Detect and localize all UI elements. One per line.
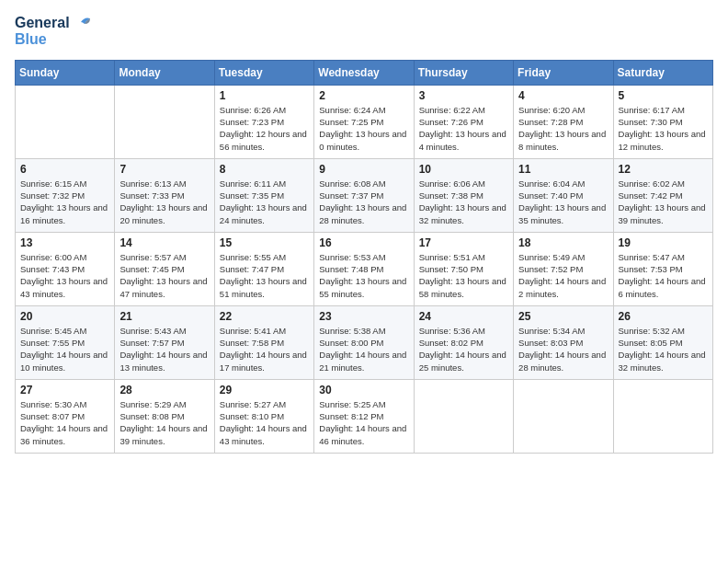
- calendar-cell: 18Sunrise: 5:49 AM Sunset: 7:52 PM Dayli…: [514, 232, 613, 305]
- day-number: 25: [518, 310, 608, 323]
- day-info: Sunrise: 6:00 AM Sunset: 7:43 PM Dayligh…: [20, 251, 109, 300]
- calendar-cell: 26Sunrise: 5:32 AM Sunset: 8:05 PM Dayli…: [613, 305, 712, 379]
- weekday-header: Saturday: [613, 60, 712, 85]
- calendar-cell: 9Sunrise: 6:08 AM Sunset: 7:37 PM Daylig…: [314, 158, 414, 232]
- day-number: 24: [419, 310, 508, 323]
- calendar-cell: 29Sunrise: 5:27 AM Sunset: 8:10 PM Dayli…: [214, 379, 313, 453]
- calendar-cell: 11Sunrise: 6:04 AM Sunset: 7:40 PM Dayli…: [514, 158, 613, 232]
- weekday-header: Wednesday: [314, 60, 414, 85]
- logo: General Blue: [15, 15, 92, 49]
- calendar-week-row: 27Sunrise: 5:30 AM Sunset: 8:07 PM Dayli…: [16, 379, 713, 453]
- day-info: Sunrise: 6:22 AM Sunset: 7:26 PM Dayligh…: [419, 104, 508, 153]
- day-info: Sunrise: 6:17 AM Sunset: 7:30 PM Dayligh…: [619, 104, 708, 153]
- day-number: 11: [518, 163, 608, 176]
- calendar-cell: 10Sunrise: 6:06 AM Sunset: 7:38 PM Dayli…: [414, 158, 513, 232]
- day-number: 3: [419, 89, 508, 102]
- day-number: 20: [20, 310, 109, 323]
- day-info: Sunrise: 5:27 AM Sunset: 8:10 PM Dayligh…: [220, 398, 309, 447]
- day-number: 29: [220, 384, 309, 396]
- calendar-cell: 24Sunrise: 5:36 AM Sunset: 8:02 PM Dayli…: [414, 305, 513, 379]
- day-number: 15: [220, 236, 309, 249]
- day-number: 5: [619, 89, 708, 102]
- day-number: 12: [619, 163, 708, 176]
- calendar-cell: 12Sunrise: 6:02 AM Sunset: 7:42 PM Dayli…: [613, 158, 712, 232]
- calendar-cell: [115, 85, 214, 158]
- day-info: Sunrise: 6:13 AM Sunset: 7:33 PM Dayligh…: [119, 178, 209, 226]
- calendar-cell: 5Sunrise: 6:17 AM Sunset: 7:30 PM Daylig…: [613, 85, 712, 158]
- day-info: Sunrise: 5:36 AM Sunset: 8:02 PM Dayligh…: [419, 325, 508, 373]
- calendar-cell: 23Sunrise: 5:38 AM Sunset: 8:00 PM Dayli…: [314, 305, 414, 379]
- calendar-cell: 6Sunrise: 6:15 AM Sunset: 7:32 PM Daylig…: [16, 158, 115, 232]
- calendar-cell: [514, 379, 613, 453]
- calendar-cell: 30Sunrise: 5:25 AM Sunset: 8:12 PM Dayli…: [314, 379, 414, 453]
- day-number: 6: [20, 163, 109, 176]
- day-info: Sunrise: 6:24 AM Sunset: 7:25 PM Dayligh…: [319, 104, 408, 153]
- day-number: 23: [319, 310, 408, 323]
- calendar-cell: 2Sunrise: 6:24 AM Sunset: 7:25 PM Daylig…: [314, 85, 414, 158]
- calendar-header-row: SundayMondayTuesdayWednesdayThursdayFrid…: [16, 60, 713, 85]
- day-number: 1: [220, 89, 309, 102]
- calendar-cell: [414, 379, 513, 453]
- day-number: 17: [419, 236, 508, 249]
- day-info: Sunrise: 5:34 AM Sunset: 8:03 PM Dayligh…: [518, 325, 608, 373]
- logo-container: General Blue: [15, 15, 92, 49]
- day-number: 4: [518, 89, 608, 102]
- calendar-cell: 20Sunrise: 5:45 AM Sunset: 7:55 PM Dayli…: [16, 305, 115, 379]
- day-info: Sunrise: 6:26 AM Sunset: 7:23 PM Dayligh…: [220, 104, 309, 153]
- calendar-week-row: 20Sunrise: 5:45 AM Sunset: 7:55 PM Dayli…: [16, 305, 713, 379]
- weekday-header: Thursday: [414, 60, 513, 85]
- day-info: Sunrise: 5:57 AM Sunset: 7:45 PM Dayligh…: [119, 251, 209, 300]
- calendar-table: SundayMondayTuesdayWednesdayThursdayFrid…: [15, 60, 713, 454]
- page-header: General Blue: [15, 15, 713, 49]
- calendar-cell: [16, 85, 115, 158]
- calendar-cell: 22Sunrise: 5:41 AM Sunset: 7:58 PM Dayli…: [214, 305, 313, 379]
- weekday-header: Tuesday: [214, 60, 313, 85]
- calendar-cell: 1Sunrise: 6:26 AM Sunset: 7:23 PM Daylig…: [214, 85, 313, 158]
- day-info: Sunrise: 6:11 AM Sunset: 7:35 PM Dayligh…: [220, 178, 309, 226]
- calendar-cell: 16Sunrise: 5:53 AM Sunset: 7:48 PM Dayli…: [314, 232, 414, 305]
- day-info: Sunrise: 6:08 AM Sunset: 7:37 PM Dayligh…: [319, 178, 408, 226]
- calendar-week-row: 6Sunrise: 6:15 AM Sunset: 7:32 PM Daylig…: [16, 158, 713, 232]
- calendar-cell: 3Sunrise: 6:22 AM Sunset: 7:26 PM Daylig…: [414, 85, 513, 158]
- weekday-header: Sunday: [16, 60, 115, 85]
- calendar-cell: 8Sunrise: 6:11 AM Sunset: 7:35 PM Daylig…: [214, 158, 313, 232]
- day-number: 28: [119, 384, 209, 396]
- day-number: 8: [220, 163, 309, 176]
- calendar-cell: 17Sunrise: 5:51 AM Sunset: 7:50 PM Dayli…: [414, 232, 513, 305]
- day-info: Sunrise: 6:20 AM Sunset: 7:28 PM Dayligh…: [518, 104, 608, 153]
- day-number: 26: [619, 310, 708, 323]
- logo-bird-icon: [72, 15, 92, 31]
- calendar-cell: 27Sunrise: 5:30 AM Sunset: 8:07 PM Dayli…: [16, 379, 115, 453]
- day-info: Sunrise: 5:51 AM Sunset: 7:50 PM Dayligh…: [419, 251, 508, 300]
- day-info: Sunrise: 5:30 AM Sunset: 8:07 PM Dayligh…: [20, 398, 109, 447]
- calendar-cell: 13Sunrise: 6:00 AM Sunset: 7:43 PM Dayli…: [16, 232, 115, 305]
- calendar-week-row: 13Sunrise: 6:00 AM Sunset: 7:43 PM Dayli…: [16, 232, 713, 305]
- calendar-cell: 4Sunrise: 6:20 AM Sunset: 7:28 PM Daylig…: [514, 85, 613, 158]
- weekday-header: Friday: [514, 60, 613, 85]
- day-info: Sunrise: 5:55 AM Sunset: 7:47 PM Dayligh…: [220, 251, 309, 300]
- calendar-week-row: 1Sunrise: 6:26 AM Sunset: 7:23 PM Daylig…: [16, 85, 713, 158]
- day-number: 2: [319, 89, 408, 102]
- day-info: Sunrise: 5:47 AM Sunset: 7:53 PM Dayligh…: [619, 251, 708, 300]
- day-number: 7: [119, 163, 209, 176]
- day-info: Sunrise: 5:45 AM Sunset: 7:55 PM Dayligh…: [20, 325, 109, 373]
- calendar-cell: 15Sunrise: 5:55 AM Sunset: 7:47 PM Dayli…: [214, 232, 313, 305]
- day-number: 22: [220, 310, 309, 323]
- logo-text-general: General: [15, 15, 70, 31]
- weekday-header: Monday: [115, 60, 214, 85]
- day-info: Sunrise: 5:32 AM Sunset: 8:05 PM Dayligh…: [619, 325, 708, 373]
- day-number: 30: [319, 384, 408, 396]
- day-info: Sunrise: 6:15 AM Sunset: 7:32 PM Dayligh…: [20, 178, 109, 226]
- logo-text-blue: Blue: [15, 31, 47, 48]
- day-number: 21: [119, 310, 209, 323]
- day-number: 10: [419, 163, 508, 176]
- day-number: 19: [619, 236, 708, 249]
- calendar-cell: 21Sunrise: 5:43 AM Sunset: 7:57 PM Dayli…: [115, 305, 214, 379]
- calendar-cell: 28Sunrise: 5:29 AM Sunset: 8:08 PM Dayli…: [115, 379, 214, 453]
- day-number: 13: [20, 236, 109, 249]
- day-number: 16: [319, 236, 408, 249]
- day-info: Sunrise: 5:41 AM Sunset: 7:58 PM Dayligh…: [220, 325, 309, 373]
- day-info: Sunrise: 5:49 AM Sunset: 7:52 PM Dayligh…: [518, 251, 608, 300]
- day-info: Sunrise: 5:25 AM Sunset: 8:12 PM Dayligh…: [319, 398, 408, 447]
- calendar-cell: 14Sunrise: 5:57 AM Sunset: 7:45 PM Dayli…: [115, 232, 214, 305]
